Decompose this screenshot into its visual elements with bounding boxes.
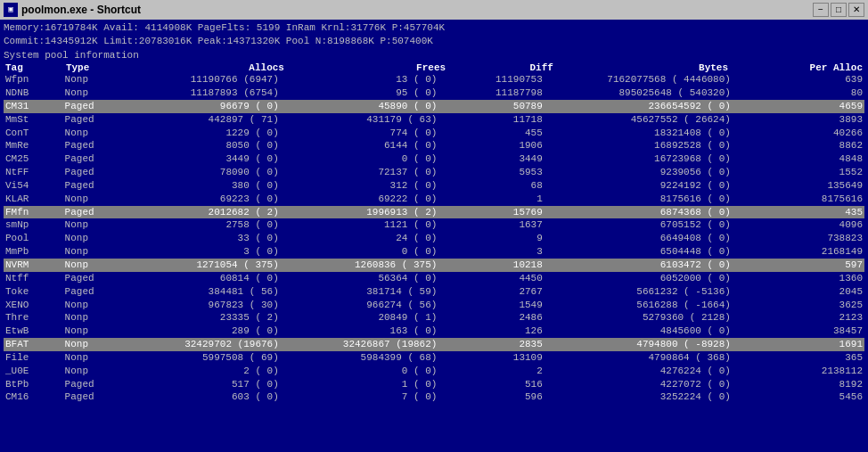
col-header-allocs: Allocs xyxy=(125,62,286,73)
cell-tag: CM16 xyxy=(4,390,63,404)
cell-tag: NDNB xyxy=(4,86,63,100)
cell-bytes: 45627552 ( 26624) xyxy=(545,113,733,127)
table-row: _U0ENonp2 ( 0)0 ( 0)24276224 ( 0)2138112 xyxy=(4,365,864,378)
cell-frees: 431179 ( 63) xyxy=(281,113,439,127)
cell-diff: 1 xyxy=(438,193,544,206)
table-row: NVRMNonp1271054 ( 375)1260836 ( 375)1021… xyxy=(4,259,864,272)
column-headers: Tag Type Allocs Frees Diff Bytes Per All… xyxy=(4,62,864,73)
table-row: CM31Paged96679 ( 0)45890 ( 0)50789236654… xyxy=(4,100,864,113)
cell-frees: 0 ( 0) xyxy=(281,365,439,378)
cell-frees: 1996913 ( 2) xyxy=(281,206,439,219)
cell-peralloc: 38457 xyxy=(733,325,864,338)
title-bar: ▣ poolmon.exe - Shortcut − □ ✕ xyxy=(0,0,868,20)
cell-allocs: 5997508 ( 69) xyxy=(122,351,281,365)
cell-peralloc: 4096 xyxy=(733,218,864,232)
table-row: TokePaged384481 ( 56)381714 ( 59)2767566… xyxy=(4,285,864,299)
cell-peralloc: 8192 xyxy=(733,378,864,391)
cell-bytes: 5661232 ( -5136) xyxy=(545,285,733,299)
table-row: MmPbNonp3 ( 0)0 ( 0)36504448 ( 0)2168149 xyxy=(4,245,864,259)
cell-tag: BtPb xyxy=(4,378,63,391)
cell-tag: CM25 xyxy=(4,152,63,166)
cell-tag: Toke xyxy=(4,285,63,299)
cell-bytes: 3252224 ( 0) xyxy=(545,390,733,404)
cell-bytes: 4794800 ( -8928) xyxy=(545,338,733,351)
info-line-2: Commit:14345912K Limit:20783016K Peak:14… xyxy=(4,35,864,48)
cell-allocs: 11187893 (6754) xyxy=(122,86,281,100)
cell-type: Nonp xyxy=(63,218,123,232)
cell-allocs: 8050 ( 0) xyxy=(122,139,281,152)
cell-peralloc: 738823 xyxy=(733,232,864,245)
cell-tag: BFAT xyxy=(4,338,63,351)
cell-tag: Vi54 xyxy=(4,179,63,193)
cell-type: Paged xyxy=(63,378,123,391)
cell-diff: 1549 xyxy=(438,299,544,312)
table-row: FileNonp5997508 ( 69)5984399 ( 68)131094… xyxy=(4,351,864,365)
cell-type: Nonp xyxy=(63,232,123,245)
cell-allocs: 2758 ( 0) xyxy=(122,218,281,232)
cell-diff: 455 xyxy=(438,127,544,140)
cell-bytes: 9224192 ( 0) xyxy=(545,179,733,193)
cell-type: Paged xyxy=(63,285,123,299)
table-row: NtFFPaged78090 ( 0)72137 ( 0)59539239056… xyxy=(4,166,864,179)
cell-type: Nonp xyxy=(63,245,123,259)
cell-frees: 32426867 (19862) xyxy=(281,338,439,351)
cell-bytes: 895025648 ( 540320) xyxy=(545,86,733,100)
close-button[interactable]: ✕ xyxy=(848,3,864,17)
cell-diff: 13109 xyxy=(438,351,544,365)
cell-bytes: 9239056 ( 0) xyxy=(545,166,733,179)
cell-allocs: 3 ( 0) xyxy=(122,245,281,259)
table-row: WfpnNonp11190766 (6947)13 ( 0)1119075371… xyxy=(4,73,864,86)
cell-peralloc: 2138112 xyxy=(733,365,864,378)
cell-bytes: 5616288 ( -1664) xyxy=(545,299,733,312)
cell-bytes: 6504448 ( 0) xyxy=(545,245,733,259)
cell-tag: MmSt xyxy=(4,113,63,127)
cell-tag: Thre xyxy=(4,311,63,325)
window-title: poolmon.exe - Shortcut xyxy=(21,4,141,16)
cell-bytes: 6649408 ( 0) xyxy=(545,232,733,245)
table-row: KLARNonp69223 ( 0)69222 ( 0)18175616 ( 0… xyxy=(4,193,864,206)
cell-allocs: 32429702 (19676) xyxy=(122,338,281,351)
cell-diff: 3449 xyxy=(438,152,544,166)
cell-tag: CM31 xyxy=(4,100,63,113)
table-row: ConTNonp1229 ( 0)774 ( 0)45518321408 ( 0… xyxy=(4,127,864,140)
table-row: Vi54Paged380 ( 0)312 ( 0)689224192 ( 0)1… xyxy=(4,179,864,193)
table-row: ThreNonp23335 ( 2)20849 ( 1)24865279360 … xyxy=(4,311,864,325)
cell-peralloc: 1360 xyxy=(733,272,864,285)
cell-diff: 516 xyxy=(438,378,544,391)
cell-peralloc: 365 xyxy=(733,351,864,365)
table-row: FMfnPaged2012682 ( 2)1996913 ( 2)1576968… xyxy=(4,206,864,219)
cell-tag: Pool xyxy=(4,232,63,245)
cell-type: Paged xyxy=(63,139,123,152)
cell-bytes: 4227072 ( 0) xyxy=(545,378,733,391)
info-line-1: Memory:16719784K Avail: 4114908K PageFlt… xyxy=(4,21,864,35)
col-header-frees: Frees xyxy=(286,62,447,73)
cell-tag: EtwB xyxy=(4,325,63,338)
title-buttons[interactable]: − □ ✕ xyxy=(813,3,864,17)
cell-diff: 50789 xyxy=(438,100,544,113)
maximize-button[interactable]: □ xyxy=(831,3,847,17)
cell-type: Nonp xyxy=(63,299,123,312)
cell-tag: MmPb xyxy=(4,245,63,259)
cell-bytes: 4845600 ( 0) xyxy=(545,325,733,338)
cell-type: Paged xyxy=(63,100,123,113)
cell-type: Paged xyxy=(63,206,123,219)
cell-frees: 69222 ( 0) xyxy=(281,193,439,206)
cell-peralloc: 80 xyxy=(733,86,864,100)
cell-frees: 163 ( 0) xyxy=(281,325,439,338)
cell-diff: 4450 xyxy=(438,272,544,285)
cell-frees: 5984399 ( 68) xyxy=(281,351,439,365)
cell-allocs: 96679 ( 0) xyxy=(122,100,281,113)
cell-frees: 0 ( 0) xyxy=(281,152,439,166)
cell-peralloc: 3893 xyxy=(733,113,864,127)
cell-bytes: 16723968 ( 0) xyxy=(545,152,733,166)
cell-diff: 596 xyxy=(438,390,544,404)
cell-tag: File xyxy=(4,351,63,365)
cell-peralloc: 40266 xyxy=(733,127,864,140)
cell-allocs: 11190766 (6947) xyxy=(122,73,281,86)
cell-allocs: 289 ( 0) xyxy=(122,325,281,338)
cell-tag: _U0E xyxy=(4,365,63,378)
minimize-button[interactable]: − xyxy=(813,3,829,17)
cell-tag: FMfn xyxy=(4,206,63,219)
cell-peralloc: 2045 xyxy=(733,285,864,299)
cell-frees: 95 ( 0) xyxy=(281,86,439,100)
